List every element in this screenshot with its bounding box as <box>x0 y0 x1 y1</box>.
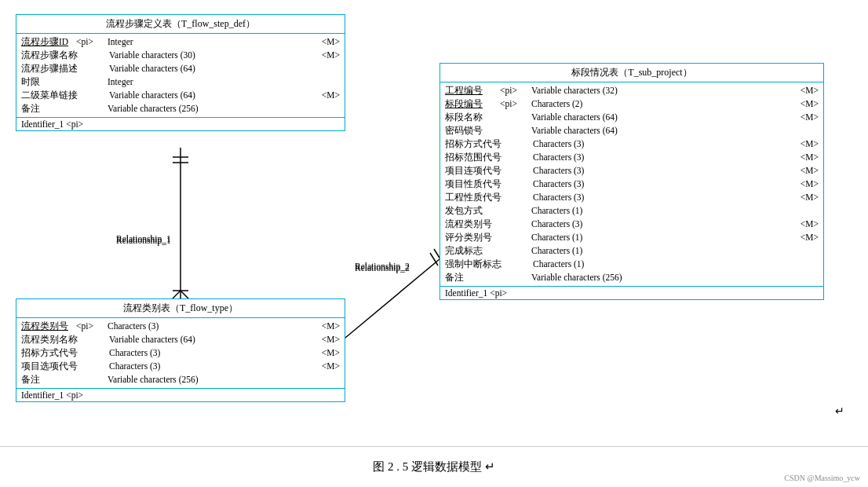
field-type: Characters (1) <box>531 246 815 255</box>
field-name: 流程类别名称 <box>21 334 78 346</box>
relationship-1-label: Relationship_1 <box>116 234 171 244</box>
field-type: Variable characters (64) <box>109 90 319 100</box>
field-marker: <M> <box>801 192 819 202</box>
field-name: 项目选项代号 <box>21 361 78 372</box>
table-row: 时限 Integer <box>16 75 345 89</box>
table-row: 流程步骤名称 Variable characters (30) <M> <box>16 49 345 62</box>
field-type: Variable characters (256) <box>108 375 337 384</box>
field-name: 招标方式代号 <box>445 138 501 150</box>
field-name: 流程步骤名称 <box>21 49 78 61</box>
field-pk: <pi> <box>500 99 531 108</box>
field-type: Characters (2) <box>531 99 797 108</box>
field-type: Integer <box>108 77 337 86</box>
caption-text: 图 2 . 5 逻辑数据模型 ↵ <box>373 460 495 474</box>
svg-line-5 <box>181 291 188 298</box>
field-marker: <M> <box>801 112 819 122</box>
table-row: 招标方式代号 Characters (3) <M> <box>440 137 823 151</box>
field-name: 招标方式代号 <box>21 347 78 359</box>
table-row: 流程类别号 Characters (3) <M> <box>440 218 823 231</box>
table-row: 发包方式 Characters (1) <box>440 204 823 218</box>
field-name: 强制中断标志 <box>445 258 501 270</box>
field-name: 流程步骤ID <box>21 36 76 48</box>
field-name: 发包方式 <box>445 205 500 217</box>
field-marker: <M> <box>801 99 819 108</box>
field-marker: <M> <box>801 179 819 189</box>
entity-sub-project-footer: Identifier_1 <pi> <box>440 286 823 299</box>
table-row: 流程步骤描述 Variable characters (64) <box>16 62 345 75</box>
field-marker: <M> <box>322 335 340 344</box>
field-name: 备注 <box>445 272 500 284</box>
entity-flow-step-def-body: 流程步骤ID <pi> Integer <M> 流程步骤名称 Variable … <box>16 34 345 117</box>
field-marker: <M> <box>801 86 819 95</box>
field-name: 招标范围代号 <box>445 152 501 163</box>
field-marker: <M> <box>322 90 340 100</box>
svg-line-9 <box>430 253 438 265</box>
entity-flow-step-def: 流程步骤定义表（T_flow_step_def） 流程步骤ID <pi> Int… <box>16 14 345 131</box>
table-row: 工程编号 <pi> Variable characters (32) <M> <box>440 84 823 97</box>
entity-flow-type-footer: Identifier_1 <pi> <box>16 388 345 401</box>
table-row: 强制中断标志 Characters (1) <box>440 258 823 271</box>
field-type: Variable characters (256) <box>108 104 337 113</box>
entity-flow-type-body: 流程类别号 <pi> Characters (3) <M> 流程类别名称 Var… <box>16 318 345 388</box>
field-type: Characters (3) <box>533 192 797 202</box>
table-row: 密码锁号 Variable characters (64) <box>440 124 823 137</box>
field-marker: <M> <box>801 233 819 242</box>
field-type: Characters (1) <box>531 233 797 242</box>
field-type: Characters (3) <box>531 219 797 229</box>
entity-flow-step-def-footer: Identifier_1 <pi> <box>16 117 345 130</box>
table-row: 项目连项代号 Characters (3) <M> <box>440 164 823 178</box>
table-row: 招标范围代号 Characters (3) <M> <box>440 151 823 164</box>
field-type: Variable characters (256) <box>531 273 815 282</box>
field-type: Integer <box>108 37 319 46</box>
field-name: 流程类别号 <box>21 320 76 332</box>
field-type: Variable characters (64) <box>109 64 337 73</box>
field-name: 项目连项代号 <box>445 165 501 177</box>
table-row: 流程步骤ID <pi> Integer <M> <box>16 35 345 49</box>
field-name: 项目性质代号 <box>445 178 501 190</box>
entity-sub-project-body: 工程编号 <pi> Variable characters (32) <M> 标… <box>440 82 823 286</box>
field-type: Characters (3) <box>108 321 319 331</box>
entity-flow-step-def-title: 流程步骤定义表（T_flow_step_def） <box>16 15 345 34</box>
field-name: 完成标志 <box>445 245 500 257</box>
field-marker: <M> <box>322 348 340 357</box>
entity-sub-project-title: 标段情况表（T_sub_project） <box>440 64 823 82</box>
field-marker: <M> <box>322 361 340 371</box>
diagram-area: Relationship_1 Relationship_2 流程步骤定义表（T_… <box>0 0 868 456</box>
table-row: 工程性质代号 Characters (3) <M> <box>440 191 823 204</box>
field-name: 流程步骤描述 <box>21 63 78 75</box>
field-pk: <pi> <box>76 37 108 46</box>
entity-sub-project: 标段情况表（T_sub_project） 工程编号 <pi> Variable … <box>439 63 824 300</box>
field-name: 标段编号 <box>445 98 500 110</box>
table-row: 二级菜单链接 Variable characters (64) <M> <box>16 89 345 102</box>
table-row: 评分类别号 Characters (1) <M> <box>440 231 823 244</box>
field-pk: <pi> <box>500 86 531 95</box>
field-type: Characters (1) <box>533 259 815 269</box>
field-type: Characters (3) <box>533 139 797 148</box>
field-marker: <M> <box>801 219 819 229</box>
table-row: 标段编号 <pi> Characters (2) <M> <box>440 97 823 111</box>
field-marker: <M> <box>801 139 819 148</box>
field-type: Characters (3) <box>533 166 797 175</box>
entity-flow-type-title: 流程类别表（T_flow_type） <box>16 299 345 318</box>
caption-area: 图 2 . 5 逻辑数据模型 ↵ <box>0 446 868 487</box>
field-name: 工程性质代号 <box>445 192 501 203</box>
field-marker: <M> <box>801 166 819 175</box>
table-row: 备注 Variable characters (256) <box>16 373 345 386</box>
field-name: 二级菜单链接 <box>21 90 78 101</box>
table-row: 项目选项代号 Characters (3) <M> <box>16 360 345 373</box>
table-row: 标段名称 Variable characters (64) <M> <box>440 111 823 124</box>
field-pk: <pi> <box>76 321 108 331</box>
field-marker: <M> <box>801 152 819 162</box>
field-name: 工程编号 <box>445 85 500 97</box>
table-row: 流程类别号 <pi> Characters (3) <M> <box>16 320 345 333</box>
field-type: Characters (1) <box>531 206 815 215</box>
field-marker: <M> <box>322 321 340 331</box>
field-name: 标段名称 <box>445 112 500 123</box>
table-row: 招标方式代号 Characters (3) <M> <box>16 346 345 360</box>
field-type: Variable characters (32) <box>531 86 797 95</box>
field-type: Variable characters (64) <box>531 112 797 122</box>
svg-line-4 <box>173 291 181 298</box>
table-row: 流程类别名称 Variable characters (64) <M> <box>16 333 345 346</box>
field-name: 时限 <box>21 76 76 88</box>
field-type: Characters (3) <box>533 179 797 189</box>
